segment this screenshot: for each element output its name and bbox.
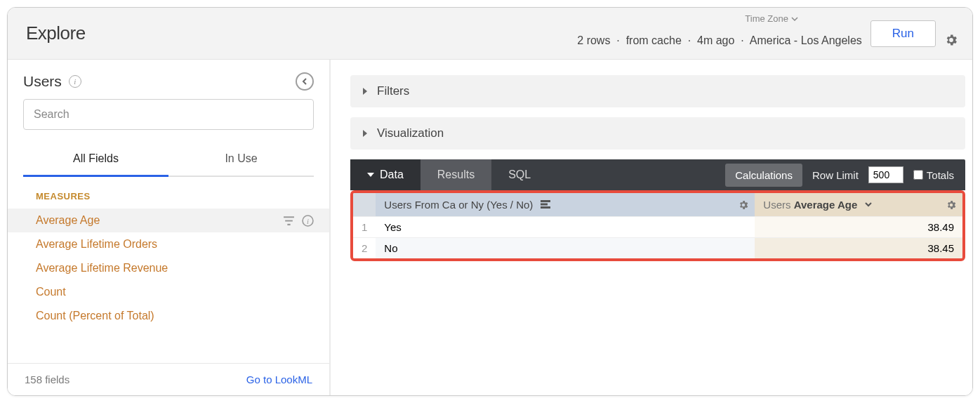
calculations-button[interactable]: Calculations	[725, 164, 802, 187]
svg-rect-3	[541, 204, 548, 206]
gear-icon[interactable]	[944, 33, 958, 47]
measure-count[interactable]: Count	[8, 280, 329, 304]
results-tab[interactable]: Results	[421, 159, 491, 190]
info-icon[interactable]: i	[69, 75, 81, 88]
sidebar-title: Users	[23, 73, 62, 90]
gear-icon[interactable]	[946, 199, 957, 211]
tab-all-fields[interactable]: All Fields	[23, 144, 168, 177]
pivot-icon[interactable]	[541, 199, 550, 207]
field-picker-sidebar: Users i All Fields In Use MEASURES Avera…	[8, 60, 331, 395]
sql-tab[interactable]: SQL	[491, 159, 548, 190]
filter-icon[interactable]	[283, 215, 295, 227]
results-table: Users From Ca or Ny (Yes / No) Users Ave…	[353, 193, 962, 258]
row-number-header	[353, 193, 376, 217]
gear-icon[interactable]	[738, 199, 749, 211]
chevron-down-icon	[367, 173, 374, 177]
cell-dimension[interactable]: No	[376, 238, 755, 259]
table-row[interactable]: 1 Yes 38.49	[353, 217, 962, 238]
visualization-section[interactable]: Visualization	[350, 117, 965, 150]
search-input[interactable]	[23, 99, 314, 130]
measure-header[interactable]: Users Average Age	[755, 193, 962, 217]
totals-checkbox[interactable]: Totals	[913, 169, 954, 181]
cell-measure[interactable]: 38.45	[755, 238, 962, 259]
tab-in-use[interactable]: In Use	[168, 144, 314, 177]
measures-section-label: MEASURES	[8, 177, 329, 209]
filters-section[interactable]: Filters	[350, 75, 965, 107]
collapse-sidebar-button[interactable]	[296, 72, 314, 91]
cell-dimension[interactable]: Yes	[376, 217, 755, 238]
chevron-right-icon	[363, 88, 367, 95]
measure-average-age[interactable]: Average Age i	[8, 209, 329, 232]
top-bar: Explore Time Zone 2 rows · from cache · …	[8, 8, 972, 60]
svg-rect-4	[541, 206, 550, 209]
data-tabbar: Data Results SQL Calculations Row Limit …	[350, 159, 965, 190]
page-title: Explore	[26, 22, 86, 44]
timezone-selector[interactable]: Time Zone	[745, 13, 798, 24]
chevron-down-icon	[864, 199, 873, 211]
info-icon[interactable]: i	[302, 215, 314, 227]
results-table-highlight: Users From Ca or Ny (Yes / No) Users Ave…	[350, 190, 965, 261]
dimension-header[interactable]: Users From Ca or Ny (Yes / No)	[376, 193, 755, 217]
field-count: 158 fields	[25, 374, 69, 385]
cell-measure[interactable]: 38.49	[755, 217, 962, 238]
svg-rect-2	[541, 200, 550, 202]
table-row[interactable]: 2 No 38.45	[353, 238, 962, 259]
chevron-right-icon	[363, 130, 367, 137]
row-limit-label: Row Limit	[812, 169, 859, 181]
query-status: 2 rows · from cache · 4m ago · America -…	[577, 34, 862, 47]
measure-avg-lifetime-orders[interactable]: Average Lifetime Orders	[8, 232, 329, 256]
measure-avg-lifetime-revenue[interactable]: Average Lifetime Revenue	[8, 256, 329, 280]
measure-count-percent[interactable]: Count (Percent of Total)	[8, 304, 329, 328]
run-button[interactable]: Run	[870, 20, 936, 47]
svg-text:i: i	[307, 217, 309, 225]
main-pane: Filters Visualization Data Results SQL C…	[331, 60, 972, 395]
row-limit-input[interactable]	[868, 166, 903, 183]
go-to-lookml-link[interactable]: Go to LookML	[246, 374, 312, 385]
data-tab[interactable]: Data	[350, 159, 421, 190]
